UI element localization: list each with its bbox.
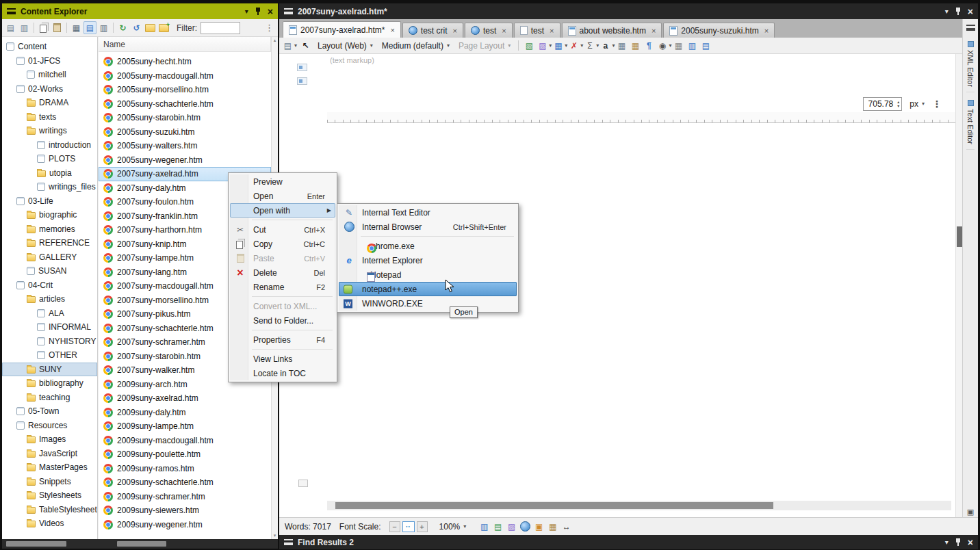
menu-item[interactable]: Internal Text Editor	[339, 205, 517, 220]
tree-item[interactable]: memories	[2, 222, 97, 237]
menu-item[interactable]: Internet Explorer	[339, 253, 517, 267]
tree-item[interactable]: bibliography	[2, 376, 97, 391]
scroll-down-icon[interactable]: ▾	[272, 533, 278, 538]
chevron-down-icon[interactable]: ▾	[945, 539, 949, 546]
page-options-button[interactable]: ▾	[282, 39, 297, 52]
tree-item[interactable]: 02-Works	[2, 82, 97, 96]
close-icon[interactable]: ×	[968, 7, 973, 16]
tree-item[interactable]: NYHISTORY	[2, 335, 97, 349]
tree-item[interactable]: Videos	[2, 516, 97, 531]
file-item[interactable]: 2005suny-starobin.htm	[99, 111, 271, 125]
select-cursor-button[interactable]	[299, 39, 312, 52]
file-item[interactable]: 2009suny-lampe.htm	[99, 419, 271, 434]
status-button[interactable]	[546, 520, 559, 533]
menu-item[interactable]: Notepad	[339, 267, 517, 282]
file-item[interactable]: 2009suny-siewers.htm	[99, 503, 271, 518]
toolbar-button[interactable]	[37, 21, 50, 34]
options-grip-icon[interactable]: ⋮	[932, 99, 942, 109]
toolbar-button[interactable]	[83, 21, 96, 34]
tab-close-icon[interactable]: ×	[764, 27, 769, 35]
tree-item[interactable]: utopia	[2, 166, 97, 181]
tab-close-icon[interactable]: ×	[502, 27, 506, 35]
spinner-down-icon[interactable]: ▾	[897, 104, 899, 108]
tab-close-icon[interactable]: ×	[550, 27, 554, 35]
file-item[interactable]: 2009suny-schramer.htm	[99, 490, 271, 504]
toolbar-button[interactable]	[157, 21, 170, 34]
panel-menu-icon[interactable]	[284, 539, 293, 545]
tree-item[interactable]: 04-Crit	[2, 278, 97, 293]
tag-marker-icon[interactable]	[297, 77, 307, 85]
document-tab[interactable]: 2005suny-suzuki.htm ×	[663, 23, 775, 38]
document-tab[interactable]: test crit ×	[402, 23, 463, 38]
toolbar-button[interactable]: ▾	[552, 39, 567, 52]
toolbar-button[interactable]	[4, 21, 17, 34]
tab-close-icon[interactable]: ×	[390, 26, 394, 34]
chevron-down-icon[interactable]: ▾	[945, 8, 949, 15]
menu-item[interactable]: Delete Del	[230, 265, 335, 280]
menu-item[interactable]: WINWORD.EXE	[339, 296, 517, 311]
toolbar-button[interactable]	[699, 39, 712, 52]
menu-item[interactable]: Open Enter	[230, 189, 335, 203]
toolbar-button[interactable]	[672, 39, 685, 52]
tree-item[interactable]: introduction	[2, 138, 97, 153]
tree-hscroll-thumb[interactable]	[6, 541, 66, 547]
unit-dropdown[interactable]: px ▾	[907, 98, 927, 110]
status-button[interactable]	[519, 520, 532, 533]
toolbar-button[interactable]	[18, 21, 31, 34]
tree-item[interactable]: Resources	[2, 419, 97, 433]
toolbar-button[interactable]: ▾	[537, 39, 552, 52]
toolbar-button[interactable]: ▾	[656, 39, 671, 52]
toolbar-button[interactable]	[144, 21, 157, 34]
tree-item[interactable]: INFORMAL	[2, 320, 97, 335]
document-list-icon[interactable]	[966, 25, 975, 31]
toolbar-button[interactable]	[615, 39, 628, 52]
toolbar-button[interactable]: ▾	[584, 39, 599, 52]
tree-item[interactable]: DRAMA	[2, 96, 97, 110]
status-button[interactable]	[478, 520, 491, 533]
pin-icon[interactable]	[255, 7, 261, 16]
tree-item[interactable]: texts	[2, 110, 97, 125]
tree-item[interactable]: 01-JFCS	[2, 54, 97, 68]
file-item[interactable]: 2005suny-wegener.htm	[99, 153, 271, 168]
panel-menu-icon[interactable]	[7, 8, 16, 14]
status-button[interactable]	[505, 520, 518, 533]
scroll-up-icon[interactable]: ▴	[272, 38, 278, 43]
tree-item[interactable]: articles	[2, 292, 97, 306]
tree-item[interactable]: Snippets	[2, 475, 97, 489]
element-marker-icon[interactable]	[298, 480, 308, 487]
file-item[interactable]: 2009suny-axelrad.htm	[99, 391, 271, 406]
toolbar-button[interactable]: ▾	[568, 39, 583, 52]
editor-mode-tab[interactable]: Text Editor	[966, 95, 975, 150]
tree-item[interactable]: writings_files	[2, 180, 97, 194]
status-button[interactable]	[532, 520, 545, 533]
editor-vertical-scrollbar[interactable]	[955, 54, 962, 517]
tree-item[interactable]: Images	[2, 432, 97, 447]
pin-icon[interactable]	[955, 538, 962, 547]
filter-input[interactable]	[201, 22, 240, 34]
file-item[interactable]: 2009suny-macdougall.htm	[99, 434, 271, 448]
zoom-dropdown[interactable]: 100% ▾	[436, 521, 470, 533]
document-tab[interactable]: test ×	[465, 23, 513, 38]
measure-input[interactable]: 705.78 ▴ ▾	[863, 97, 903, 111]
status-button[interactable]	[491, 520, 504, 533]
menu-item[interactable]: View Links	[230, 352, 335, 366]
file-item[interactable]: 2005suny-hecht.htm	[99, 55, 271, 69]
toolbar-button[interactable]	[51, 21, 64, 34]
page-layout-dropdown[interactable]: Page Layout▾	[455, 40, 514, 52]
tree-item[interactable]: teaching	[2, 391, 97, 405]
horizontal-scroll-strip[interactable]	[2, 539, 278, 549]
menu-item[interactable]: Preview	[230, 174, 335, 189]
file-item[interactable]: 2009suny-wegener.htm	[99, 518, 271, 532]
close-icon[interactable]: ×	[268, 7, 273, 16]
menu-item[interactable]: Paste Ctrl+V	[230, 251, 335, 265]
tree-item[interactable]: OTHER	[2, 348, 97, 363]
pin-icon[interactable]	[955, 7, 962, 16]
file-item[interactable]: 2005suny-schachterle.htm	[99, 97, 271, 112]
editor-mode-tab[interactable]: XML Editor	[966, 36, 975, 92]
toolbar-button[interactable]	[643, 39, 656, 52]
toolbar-button[interactable]	[116, 21, 129, 34]
tree-item[interactable]: SUNY	[2, 363, 97, 377]
column-header-name[interactable]: Name	[99, 37, 271, 52]
increase-font-icon[interactable]: +	[417, 521, 428, 532]
scrollbar-thumb[interactable]	[335, 502, 773, 509]
